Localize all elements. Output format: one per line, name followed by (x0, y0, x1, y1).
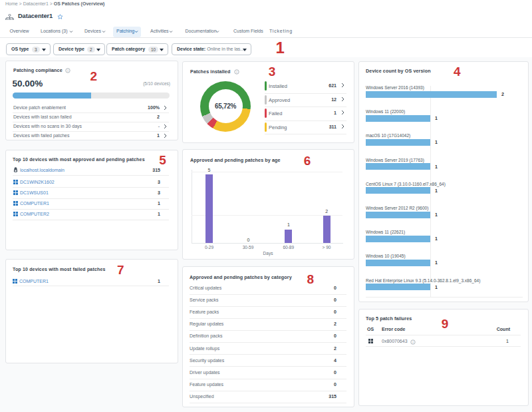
svg-text:i: i (412, 340, 413, 344)
svg-text:i: i (67, 69, 68, 73)
svg-text:i: i (236, 70, 237, 74)
